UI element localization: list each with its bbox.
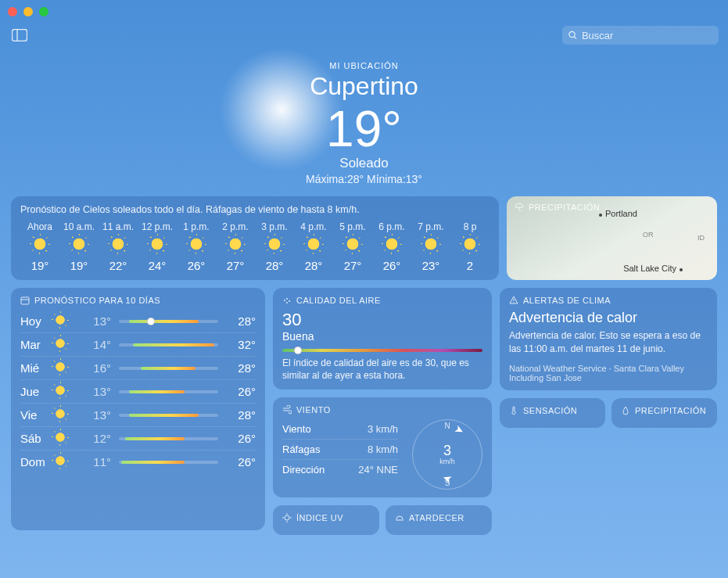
hourly-item[interactable]: 6 p.m.26° — [372, 221, 411, 272]
hourly-item[interactable]: Ahora19° — [20, 221, 59, 272]
hourly-summary: Pronóstico de Cielos soleados todo el dí… — [20, 204, 490, 215]
day-low-temp: 14° — [75, 338, 111, 351]
close-window-button[interactable] — [8, 7, 17, 16]
compass-speed-unit: km/h — [439, 458, 455, 465]
sunset-card[interactable]: ATARDECER — [386, 505, 492, 535]
sun-icon — [333, 237, 372, 254]
wind-speed-label: Viento — [282, 423, 311, 435]
aqi-value: 30 — [282, 310, 482, 330]
calendar-icon — [20, 296, 30, 305]
feels-like-card[interactable]: SENSACIÓN — [500, 398, 605, 428]
day-name: Mar — [20, 338, 55, 351]
compass-arrow-tail-icon: ➤ — [441, 472, 454, 487]
sun-icon — [55, 361, 75, 375]
sun-icon — [177, 237, 216, 254]
precipitation-map-card[interactable]: PRECIPITACIÓN Portland OR ID Salt Lake C… — [507, 196, 717, 280]
high-temp: Máxima:28° — [306, 173, 364, 185]
hourly-forecast-card[interactable]: Pronóstico de Cielos soleados todo el dí… — [11, 196, 499, 280]
hourly-item[interactable]: 11 a.m.22° — [99, 221, 138, 272]
sidebar-icon — [12, 29, 27, 41]
hourly-item[interactable]: 3 p.m.28° — [255, 221, 294, 272]
aqi-label: Buena — [282, 330, 482, 343]
wind-header: VIENTO — [282, 405, 482, 415]
day-name: Vie — [20, 408, 55, 422]
day-temp-range-bar — [119, 414, 218, 417]
day-high-temp: 28° — [226, 361, 256, 375]
day-forecast-row[interactable]: Mar14°32° — [20, 332, 256, 356]
day-high-temp: 26° — [226, 455, 256, 469]
hour-label: 3 p.m. — [255, 221, 294, 232]
hourly-item[interactable]: 12 p.m.24° — [138, 221, 177, 272]
toggle-sidebar-button[interactable] — [9, 27, 30, 43]
wind-gust-label: Ráfagas — [282, 443, 320, 455]
uv-index-card[interactable]: ÍNDICE UV — [273, 505, 379, 535]
sun-icon — [55, 455, 75, 469]
day-low-temp: 13° — [75, 385, 111, 398]
precipitation-card[interactable]: PRECIPITACIÓN — [611, 398, 717, 428]
hour-label: 4 p.m. — [294, 221, 333, 232]
day-high-temp: 32° — [226, 338, 256, 351]
day-name: Mié — [20, 361, 55, 375]
sun-icon — [59, 237, 99, 254]
hourly-item[interactable]: 7 p.m.23° — [411, 221, 450, 272]
window-titlebar — [0, 0, 728, 23]
hour-label: 10 a.m. — [59, 221, 99, 232]
hourly-item[interactable]: 8 p2 — [450, 221, 490, 272]
day-forecast-row[interactable]: Mié16°28° — [20, 356, 256, 379]
zoom-window-button[interactable] — [39, 7, 48, 16]
sun-icon — [99, 237, 138, 254]
day-temp-range-bar — [119, 367, 218, 370]
sun-icon — [55, 314, 75, 328]
hourly-item[interactable]: 10 a.m.19° — [59, 221, 99, 272]
wind-stats-table: Viento3 km/h Ráfagas8 km/h Dirección24° … — [282, 419, 398, 490]
hour-label: 12 p.m. — [138, 221, 177, 232]
current-condition: Soleado — [0, 156, 728, 171]
hourly-item[interactable]: 1 p.m.26° — [177, 221, 216, 272]
day-name: Sáb — [20, 432, 55, 445]
wind-direction-value: 24° NNE — [358, 464, 398, 476]
day-low-temp: 16° — [75, 361, 111, 375]
day-forecast-row[interactable]: Hoy13°28° — [20, 310, 256, 332]
hour-label: Ahora — [20, 221, 59, 232]
hour-temp: 22° — [99, 259, 138, 272]
day-name: Jue — [20, 385, 55, 398]
wind-speed-value: 3 km/h — [368, 423, 398, 435]
wind-gust-value: 8 km/h — [368, 443, 398, 455]
hourly-item[interactable]: 2 p.m.27° — [216, 221, 255, 272]
hour-temp: 27° — [333, 259, 372, 272]
city-name: Cupertino — [0, 72, 728, 101]
day-temp-range-bar — [119, 343, 218, 346]
day-low-temp: 11° — [75, 455, 111, 469]
compass-speed-value: 3 — [443, 443, 451, 458]
air-quality-card[interactable]: CALIDAD DEL AIRE 30 Buena El índice de c… — [273, 288, 492, 390]
day-forecast-row[interactable]: Dom11°26° — [20, 450, 256, 473]
minimize-window-button[interactable] — [23, 7, 33, 16]
day-forecast-row[interactable]: Vie13°28° — [20, 403, 256, 426]
weather-alert-card[interactable]: ALERTAS DE CLIMA Advertencia de calor Ad… — [500, 288, 717, 390]
hour-temp: 23° — [411, 259, 450, 272]
weather-alert-header: ALERTAS DE CLIMA — [509, 296, 708, 305]
day-low-temp: 13° — [75, 408, 111, 422]
sunset-icon — [395, 513, 404, 522]
ten-day-forecast-card[interactable]: PRONÓSTICO PARA 10 DÍAS Hoy13°28°Mar14°3… — [11, 288, 265, 530]
hour-label: 6 p.m. — [372, 221, 411, 232]
map-city-dot — [599, 214, 602, 217]
hour-temp: 19° — [59, 259, 99, 272]
svg-point-8 — [289, 300, 290, 302]
wind-card[interactable]: VIENTO Viento3 km/h Ráfagas8 km/h Direcc… — [273, 397, 492, 497]
sun-icon — [411, 237, 450, 254]
svg-point-16 — [513, 302, 514, 303]
hour-temp: 19° — [20, 259, 59, 272]
search-input[interactable] — [582, 30, 712, 41]
sun-icon — [55, 385, 75, 398]
map-label-id: ID — [698, 234, 705, 242]
svg-point-2 — [569, 31, 575, 37]
hour-temp: 28° — [255, 259, 294, 272]
sun-icon — [450, 237, 490, 254]
hourly-item[interactable]: 5 p.m.27° — [333, 221, 372, 272]
aqi-scale-marker — [294, 346, 302, 354]
day-forecast-row[interactable]: Jue13°26° — [20, 379, 256, 403]
search-field[interactable] — [562, 26, 719, 45]
hourly-item[interactable]: 4 p.m.28° — [294, 221, 333, 272]
day-forecast-row[interactable]: Sáb12°26° — [20, 426, 256, 450]
